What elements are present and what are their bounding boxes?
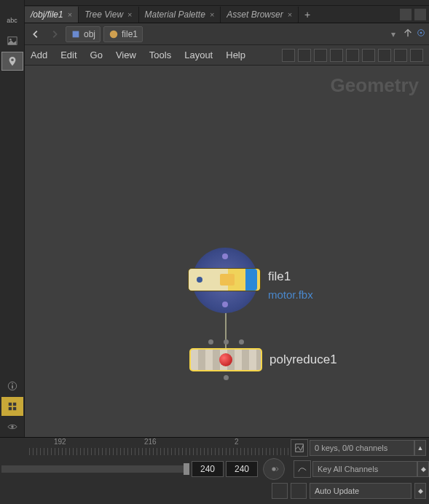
tool-pin-icon[interactable] bbox=[1, 52, 23, 71]
input-dot-icon[interactable] bbox=[224, 339, 229, 344]
tool-info-icon[interactable] bbox=[1, 377, 23, 395]
svg-point-14 bbox=[420, 32, 422, 34]
timeline-scrub[interactable] bbox=[1, 465, 187, 473]
input-dot-icon[interactable] bbox=[239, 339, 244, 344]
geo-icon bbox=[71, 29, 81, 39]
svg-rect-4 bbox=[12, 385, 13, 388]
pane-menu-icon[interactable] bbox=[400, 9, 412, 20]
tab-asset-browser[interactable]: Asset Browser× bbox=[221, 7, 299, 23]
keys-status-label: 0 keys, 0/0 channels bbox=[315, 444, 387, 452]
path-label: obj bbox=[84, 29, 95, 39]
toolbar-table-icon[interactable] bbox=[346, 49, 359, 62]
close-icon[interactable]: × bbox=[127, 7, 132, 23]
tab-tree-view[interactable]: Tree View× bbox=[79, 7, 138, 23]
frame-end-field[interactable]: 240 bbox=[226, 461, 258, 477]
target-icon[interactable] bbox=[416, 28, 426, 40]
timeline-panel: 192 216 2 0 keys, 0/0 channels ▲ 240 240 bbox=[0, 437, 429, 504]
tool-image-icon[interactable] bbox=[1, 31, 23, 50]
toolbar-more-icon[interactable] bbox=[410, 49, 423, 62]
display-flag-icon[interactable] bbox=[197, 277, 202, 283]
menu-help[interactable]: Help bbox=[226, 50, 245, 60]
toolbar-rows-icon[interactable] bbox=[314, 49, 327, 62]
toolbar-grid-icon[interactable] bbox=[330, 49, 343, 62]
context-watermark: Geometry bbox=[331, 74, 419, 97]
menu-bar: Add Edit Go View Tools Layout Help bbox=[25, 45, 429, 66]
left-tool-rail: abc bbox=[0, 0, 25, 437]
key-mode-label: Key All Channels bbox=[318, 465, 378, 473]
file-node-icon bbox=[109, 29, 119, 39]
channel-editor-icon[interactable] bbox=[294, 460, 311, 478]
node-source-label: motor.fbx bbox=[268, 288, 313, 301]
tab-obj-file1[interactable]: /obj/file1× bbox=[25, 7, 79, 23]
pin-panel-icon[interactable] bbox=[403, 28, 413, 40]
tool-eye-icon[interactable] bbox=[1, 417, 23, 436]
key-mode-field[interactable]: Key All Channels bbox=[312, 461, 417, 477]
tool-grid-icon[interactable] bbox=[1, 397, 23, 416]
nav-forward-icon[interactable] bbox=[47, 26, 63, 42]
update-mode-field[interactable]: Auto Update bbox=[310, 483, 412, 499]
frame-value: 240 bbox=[235, 464, 249, 474]
tick-label: 216 bbox=[144, 438, 157, 446]
toolbar-color-icon[interactable] bbox=[394, 49, 407, 62]
add-tab-button[interactable]: + bbox=[299, 9, 316, 20]
folder-icon bbox=[220, 274, 235, 286]
node-file1[interactable]: file1 motor.fbx bbox=[192, 248, 258, 313]
cook-icon[interactable] bbox=[272, 483, 288, 499]
path-label: file1 bbox=[122, 29, 138, 39]
toolbar-sticky-icon[interactable] bbox=[378, 49, 391, 62]
node-polyreduce1[interactable]: polyreduce1 bbox=[189, 348, 262, 371]
svg-rect-7 bbox=[12, 403, 15, 406]
svg-rect-11 bbox=[73, 31, 79, 37]
menu-layout[interactable]: Layout bbox=[184, 50, 213, 60]
close-icon[interactable]: × bbox=[68, 7, 72, 23]
path-dropdown-icon[interactable]: ▾ bbox=[387, 29, 400, 39]
close-icon[interactable]: × bbox=[288, 7, 292, 23]
frame-current-field[interactable]: 240 bbox=[192, 461, 224, 477]
nav-back-icon[interactable] bbox=[28, 26, 44, 42]
toolbar-wrench-icon[interactable] bbox=[282, 49, 295, 62]
tab-label: Tree View bbox=[84, 7, 123, 23]
scope-channels-icon[interactable] bbox=[291, 439, 308, 457]
node-canvas[interactable]: Geometry file1 motor.fbx bbox=[25, 66, 429, 437]
menu-go[interactable]: Go bbox=[90, 50, 103, 60]
path-bar: obj file1 ▾ bbox=[25, 23, 429, 45]
input-dot-icon[interactable] bbox=[208, 339, 213, 344]
playhead-handle[interactable] bbox=[184, 463, 189, 475]
timeline-ruler[interactable]: 192 216 2 bbox=[29, 438, 289, 458]
key-mode-stepper[interactable]: ◆ bbox=[417, 461, 429, 477]
keys-status-field[interactable]: 0 keys, 0/0 channels bbox=[310, 440, 414, 456]
toolbar-params-icon[interactable] bbox=[362, 49, 375, 62]
refresh-icon[interactable] bbox=[291, 483, 307, 499]
frame-value: 240 bbox=[200, 464, 215, 474]
tool-abc[interactable]: abc bbox=[1, 11, 23, 30]
keys-toggle-icon[interactable]: ▲ bbox=[414, 440, 426, 456]
node-name-label: polyreduce1 bbox=[269, 353, 337, 367]
path-seg-file1[interactable]: file1 bbox=[103, 26, 143, 42]
update-mode-label: Auto Update bbox=[315, 487, 359, 495]
main-panel: /obj/file1× Tree View× Material Palette×… bbox=[25, 0, 429, 437]
path-seg-obj[interactable]: obj bbox=[66, 26, 101, 42]
svg-rect-8 bbox=[8, 407, 11, 410]
toolbar-list-icon[interactable] bbox=[298, 49, 311, 62]
tab-label: Material Palette bbox=[145, 7, 205, 23]
tab-label: Asset Browser bbox=[227, 7, 283, 23]
tick-label: 2 bbox=[235, 438, 239, 446]
tab-strip: /obj/file1× Tree View× Material Palette×… bbox=[25, 6, 429, 23]
svg-rect-9 bbox=[12, 407, 15, 410]
menu-view[interactable]: View bbox=[116, 50, 136, 60]
menu-tools[interactable]: Tools bbox=[149, 50, 171, 60]
maximize-icon[interactable] bbox=[414, 9, 426, 20]
output-dot-icon[interactable] bbox=[224, 375, 229, 380]
svg-point-2 bbox=[11, 59, 14, 62]
menu-add[interactable]: Add bbox=[31, 50, 47, 60]
tick-label: 192 bbox=[54, 438, 66, 446]
svg-point-16 bbox=[272, 467, 275, 470]
update-mode-stepper[interactable]: ◆ bbox=[414, 483, 426, 499]
node-name-label: file1 bbox=[268, 269, 291, 284]
keyframe-button[interactable] bbox=[263, 458, 285, 480]
tab-material-palette[interactable]: Material Palette× bbox=[139, 7, 221, 23]
svg-point-12 bbox=[110, 30, 118, 38]
close-icon[interactable]: × bbox=[210, 7, 214, 23]
menu-edit[interactable]: Edit bbox=[60, 50, 76, 60]
panel-grip[interactable] bbox=[25, 0, 429, 6]
